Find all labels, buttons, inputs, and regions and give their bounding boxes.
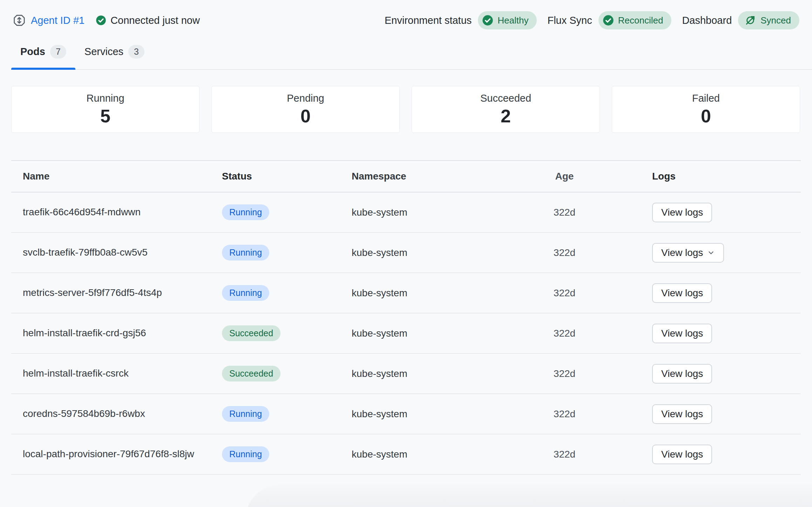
tab-services-count: 3 [128, 45, 144, 59]
tab-pods-label: Pods [20, 46, 45, 58]
view-logs-button[interactable]: View logs [652, 203, 712, 222]
flux-sync-label: Flux Sync [547, 15, 592, 26]
column-header-logs: Logs [593, 171, 801, 182]
tab-services-label: Services [84, 46, 123, 58]
pod-age: 322d [536, 449, 593, 460]
tab-bar: Pods 7 Services 3 [11, 41, 812, 70]
pod-age: 322d [536, 408, 593, 420]
table-row: helm-install-traefik-crd-gsj56 Succeeded… [11, 313, 801, 354]
pod-name: traefik-66c46d954f-mdwwn [11, 205, 210, 219]
pod-namespace: kube-system [340, 288, 536, 299]
table-row: metrics-server-5f9f776df5-4ts4p Running … [11, 273, 801, 313]
check-circle-icon [96, 15, 106, 26]
view-logs-button[interactable]: View logs [652, 364, 712, 384]
pod-namespace: kube-system [340, 207, 536, 218]
check-circle-icon [482, 15, 493, 26]
card-failed-label: Failed [692, 93, 720, 104]
status-badge: Running [222, 204, 269, 220]
pod-name: helm-install-traefik-crd-gsj56 [11, 326, 210, 340]
pod-namespace: kube-system [340, 247, 536, 258]
pod-age: 322d [536, 247, 593, 258]
pod-namespace: kube-system [340, 408, 536, 420]
pod-age: 322d [536, 328, 593, 339]
status-badge: Running [222, 406, 269, 422]
card-running-value: 5 [100, 106, 110, 127]
table-row: svclb-traefik-79ffb0a8-cw5v5 Running kub… [11, 233, 801, 273]
view-logs-button[interactable]: View logs [652, 404, 712, 424]
agent-id-link[interactable]: Agent ID #1 [31, 15, 84, 26]
table-row: coredns-597584b69b-r6wbx Running kube-sy… [11, 394, 801, 434]
table-row: local-path-provisioner-79f67d76f8-sl8jw … [11, 434, 801, 475]
dashboard-sync-badge: Synced [738, 11, 799, 29]
status-badge: Running [222, 446, 269, 462]
card-succeeded-label: Succeeded [480, 93, 531, 104]
top-bar: Agent ID #1 Connected just now Environme… [0, 0, 812, 29]
view-logs-button[interactable]: View logs [652, 283, 712, 303]
status-badge: Running [222, 285, 269, 301]
pod-namespace: kube-system [340, 368, 536, 379]
card-pending: Pending 0 [211, 86, 400, 133]
pods-table: Name Status Namespace Age Logs traefik-6… [11, 160, 801, 475]
card-running: Running 5 [11, 86, 199, 133]
pod-age: 322d [536, 288, 593, 299]
table-row: traefik-66c46d954f-mdwwn Running kube-sy… [11, 192, 801, 233]
card-failed-value: 0 [701, 106, 711, 127]
flux-sync-badge: Reconciled [598, 11, 672, 29]
pod-namespace: kube-system [340, 328, 536, 339]
column-header-namespace: Namespace [340, 171, 536, 182]
pod-age: 322d [536, 207, 593, 218]
check-circle-icon [603, 15, 614, 26]
summary-cards: Running 5 Pending 0 Succeeded 2 Failed 0 [11, 86, 800, 133]
pod-name: svclb-traefik-79ffb0a8-cw5v5 [11, 245, 210, 260]
column-header-status: Status [210, 171, 340, 182]
column-header-name: Name [11, 169, 210, 184]
card-succeeded: Succeeded 2 [412, 86, 600, 133]
card-succeeded-value: 2 [501, 106, 511, 127]
status-badge: Succeeded [222, 366, 280, 381]
card-failed: Failed 0 [612, 86, 800, 133]
tab-pods[interactable]: Pods 7 [11, 41, 75, 69]
view-logs-dropdown-button[interactable]: View logs [652, 243, 724, 263]
agent-icon [13, 14, 26, 27]
column-header-age: Age [536, 171, 593, 182]
environment-status-badge: Healthy [478, 11, 537, 29]
card-pending-label: Pending [287, 93, 324, 104]
chevron-down-icon [707, 249, 715, 257]
environment-status-label: Environment status [385, 15, 472, 26]
card-pending-value: 0 [300, 106, 311, 127]
sync-icon [744, 14, 756, 26]
status-badge: Running [222, 245, 269, 261]
tab-pods-count: 7 [50, 45, 66, 59]
pod-namespace: kube-system [340, 449, 536, 460]
view-logs-button[interactable]: View logs [652, 324, 712, 343]
bottom-panel-edge [245, 485, 812, 507]
pod-age: 322d [536, 368, 593, 379]
pod-name: local-path-provisioner-79f67d76f8-sl8jw [11, 447, 210, 461]
dashboard-label: Dashboard [682, 15, 732, 26]
table-row: helm-install-traefik-csrck Succeeded kub… [11, 354, 801, 394]
tab-services[interactable]: Services 3 [75, 41, 154, 69]
table-header: Name Status Namespace Age Logs [11, 161, 801, 192]
view-logs-button[interactable]: View logs [652, 445, 712, 464]
card-running-label: Running [86, 93, 124, 104]
status-badge: Succeeded [222, 325, 280, 341]
pod-name: coredns-597584b69b-r6wbx [11, 407, 210, 421]
connection-status-text: Connected just now [110, 15, 200, 26]
pod-name: metrics-server-5f9f776df5-4ts4p [11, 286, 210, 300]
pod-name: helm-install-traefik-csrck [11, 366, 210, 381]
